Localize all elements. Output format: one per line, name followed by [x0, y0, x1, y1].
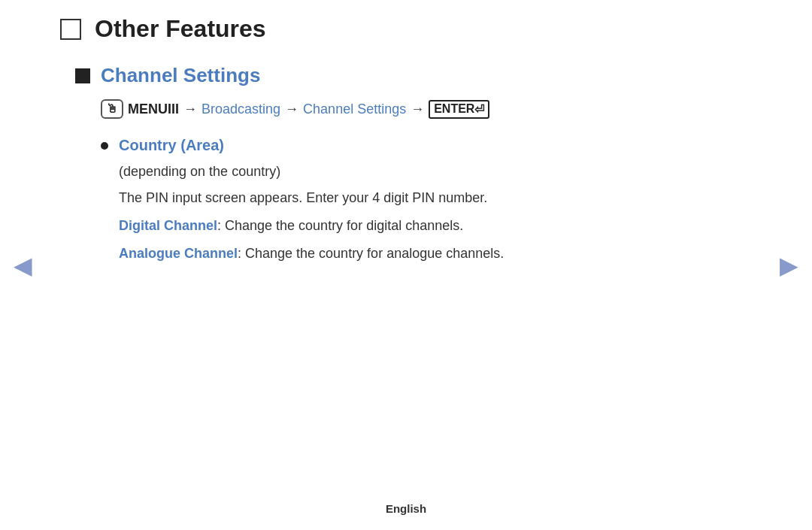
- sub-line-3: Digital Channel: Change the country for …: [119, 216, 752, 236]
- bullet-title: Country (Area): [119, 137, 224, 154]
- section-title-row: Channel Settings: [75, 64, 752, 87]
- menu-icon-symbol: 🖱: [106, 102, 118, 116]
- bullet-row: Country (Area): [101, 137, 752, 154]
- digital-channel-link: Digital Channel: [119, 218, 217, 233]
- arrow-3: →: [411, 101, 424, 117]
- page-title: Other Features: [95, 15, 266, 43]
- sub-line-4: Analogue Channel: Change the country for…: [119, 244, 752, 264]
- page-container: Other Features Channel Settings 🖱 MENUII…: [0, 0, 812, 530]
- arrow-1: →: [183, 101, 197, 117]
- footer-language: English: [386, 502, 426, 515]
- sub-line-3-suffix: : Change the country for digital channel…: [217, 218, 463, 233]
- channel-settings-link: Channel Settings: [303, 101, 406, 117]
- menu-icon-box: 🖱: [101, 99, 123, 119]
- arrow-2: →: [285, 101, 298, 117]
- section-title: Channel Settings: [101, 64, 260, 87]
- enter-box: ENTER⏎: [429, 100, 489, 119]
- checkbox-icon: [60, 19, 81, 40]
- enter-label: ENTER: [434, 102, 474, 116]
- sub-line-4-suffix: : Change the country for analogue channe…: [238, 246, 504, 261]
- menu-path-row: 🖱 MENUIII → Broadcasting → Channel Setti…: [101, 99, 752, 119]
- menu-label: MENUIII: [128, 101, 179, 117]
- page-title-row: Other Features: [60, 15, 752, 43]
- bullet-section: Country (Area) (depending on the country…: [101, 137, 752, 264]
- bullet-dot: [101, 142, 108, 150]
- analogue-channel-link: Analogue Channel: [119, 246, 238, 261]
- broadcasting-link: Broadcasting: [201, 101, 280, 117]
- channel-settings-section: Channel Settings 🖱 MENUIII → Broadcastin…: [75, 64, 752, 264]
- sub-line-1: (depending on the country): [119, 162, 752, 182]
- sub-line-2: The PIN input screen appears. Enter your…: [119, 188, 752, 208]
- nav-arrow-left[interactable]: ◀: [14, 251, 32, 280]
- nav-arrow-right[interactable]: ▶: [780, 251, 798, 280]
- square-icon: [75, 68, 90, 83]
